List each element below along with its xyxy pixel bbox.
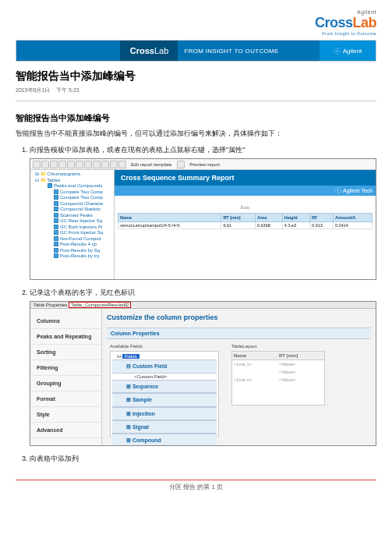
ss1-toolbar-label: Edit report template	[131, 162, 171, 167]
step-2: 记录这个表格的名字，见红色标识 Table Properties Table_C…	[30, 288, 376, 446]
svg-point-12	[334, 190, 335, 191]
tree-node[interactable]: ⊞ Sample	[112, 393, 217, 406]
toolbar-icon[interactable]	[93, 161, 101, 168]
sidebar-item-peaks[interactable]: Peaks and Repeating	[30, 329, 101, 345]
layout-row: <Value>	[232, 368, 324, 376]
tree-node[interactable]: Compound Characte	[32, 201, 112, 207]
tree-node[interactable]: ⊟ Fields	[112, 353, 217, 359]
step-3: 向表格中添加列	[30, 454, 376, 464]
svg-point-0	[337, 50, 337, 51]
layout-table[interactable]: Name RT [min] <Line 1><Value> <Value>	[231, 351, 325, 405]
ss2-sub-heading: Column Properties	[107, 328, 371, 339]
logo-agilent-text: Agilent	[315, 9, 376, 15]
svg-point-2	[337, 53, 337, 54]
ss1-table: Name RT [min] Area Height RF Amount/A ve…	[118, 213, 373, 229]
banner-lab: Lab	[154, 46, 168, 55]
ss1-toolbar: Edit report template Preview report	[30, 159, 376, 170]
col-header: RT [min]	[221, 214, 256, 222]
table-header-row: Name RT [min] Area Height RF Amount/A	[118, 214, 373, 222]
svg-point-14	[336, 189, 337, 189]
section-heading: 智能报告当中添加峰编号	[16, 112, 376, 124]
tree-node[interactable]: <Custom Field>	[112, 374, 217, 380]
toolbar-icon[interactable]	[76, 161, 83, 168]
toolbar-icon[interactable]	[67, 161, 75, 168]
toolbar-icon[interactable]	[110, 161, 118, 168]
toolbar-icon[interactable]	[50, 161, 58, 168]
toolbar-icon[interactable]	[58, 161, 66, 168]
tree-node[interactable]: Post-Results by Inj	[32, 253, 112, 260]
tree-node[interactable]: ⊞ Sequence	[112, 380, 217, 393]
tree-node[interactable]: ⊟ 📁 Tables	[32, 178, 112, 184]
logo-lab: Lab	[352, 15, 376, 30]
step-2-text: 记录这个表格的名字，见红色标识	[30, 289, 135, 296]
banner-brand: Agilent	[320, 41, 376, 61]
step-3-text: 向表格中添加列	[30, 455, 79, 462]
tree-node[interactable]: GC Rear Injector Sq	[32, 218, 112, 225]
screenshot-2: Table Properties Table_CompoundResults82…	[30, 301, 376, 446]
tree-node[interactable]: ⊞ Signal	[112, 420, 217, 434]
tree-node[interactable]: ⊞ Injection	[112, 407, 217, 420]
svg-point-16	[336, 193, 337, 193]
cell: 0.0414	[334, 222, 373, 229]
toolbar-icon[interactable]	[177, 161, 185, 168]
step-1-text: 向报告模板中添加表格，或者在现有的表格上点鼠标右键，选择"属性"	[30, 146, 245, 154]
svg-point-4	[339, 50, 340, 51]
svg-point-8	[338, 52, 339, 53]
toolbar-icon[interactable]	[33, 161, 41, 168]
intro-paragraph: 智能报告当中不能直接添加峰的编号，但可以通过添加行编号来解决，具体操作如下：	[16, 129, 376, 139]
toolbar-icon[interactable]	[41, 161, 49, 168]
sidebar-item-columns[interactable]: Columns	[30, 313, 101, 329]
logo-tagline: From Insight to Outcome	[315, 31, 376, 36]
sidebar-item-format[interactable]: Format	[30, 391, 101, 407]
tree-node[interactable]: ⊞ 📁 Chromatograms	[32, 172, 112, 178]
toolbar-icon[interactable]	[101, 161, 109, 168]
sidebar-item-style[interactable]: Style	[30, 407, 101, 423]
col-header: Amount/A	[334, 214, 373, 222]
toolbar-icon[interactable]	[84, 161, 92, 168]
crosslab-logo: Agilent CrossLab From Insight to Outcome	[315, 9, 376, 36]
ss2-main: Customize the column properties Column P…	[102, 309, 376, 446]
svg-point-15	[340, 189, 341, 189]
layout-col-header: RT [min]	[277, 352, 324, 360]
svg-point-13	[341, 190, 341, 191]
tree-node[interactable]: Compound Statistic	[32, 207, 112, 213]
tree-node[interactable]: GC Front Injector Sq	[32, 230, 112, 236]
ss1-canvas: Cross Sequence Summary Report Agilent Te…	[115, 170, 376, 279]
tree-node[interactable]: Post-Results by Sq	[32, 248, 112, 254]
banner-slogan: FROM INSIGHT TO OUTCOME	[178, 41, 320, 61]
tree-node[interactable]: Scanned Peaks	[32, 213, 112, 219]
spark-icon	[334, 48, 341, 55]
tree-node[interactable]: Peaks and Compounds	[32, 183, 112, 189]
sidebar-item-filtering[interactable]: Filtering	[30, 360, 101, 376]
highlighted-table-name: Table_CompoundResults82	[69, 302, 131, 308]
svg-point-6	[338, 48, 339, 49]
ss1-tree[interactable]: ⊞ 📁 Chromatograms ⊟ 📁 Tables Peaks and C…	[30, 170, 115, 279]
tree-node[interactable]: ⊟ Custom Field	[112, 359, 217, 373]
body-label: Body	[115, 196, 376, 211]
tree-node[interactable]: GC Both Injectors Pi	[32, 225, 112, 231]
tree-node[interactable]: ⊞ Compound	[112, 434, 217, 446]
tree-node[interactable]: Not-Found Compnd	[32, 236, 112, 243]
sidebar-item-sorting[interactable]: Sorting	[30, 345, 101, 360]
avail-label: Available Fields	[110, 344, 219, 349]
sidebar-item-advanced[interactable]: Advanced	[30, 423, 101, 438]
agilent-tag: Agilent Tech	[115, 186, 376, 196]
tree-node[interactable]: Post-Results 4 cp	[32, 242, 112, 248]
cell: 6.6368	[255, 222, 282, 229]
tab-label[interactable]: Table Properties	[34, 303, 67, 307]
col-header: Height	[282, 214, 309, 222]
tree-node[interactable]: Compare Two Comp	[32, 195, 112, 201]
svg-point-17	[340, 193, 341, 193]
avail-fields-tree[interactable]: ⊟ Fields ⊟ Custom Field <Custom Field> ⊞…	[110, 351, 219, 437]
svg-point-10	[337, 187, 338, 188]
logo-cross: Cross	[315, 15, 353, 30]
report-title: Cross Sequence Summary Report	[115, 170, 376, 186]
cell: vemonLatcup/sampol1/4-5-/4-5-	[118, 222, 221, 229]
sidebar-item-grouping[interactable]: Grouping	[30, 376, 101, 391]
step-1: 向报告模板中添加表格，或者在现有的表格上点鼠标右键，选择"属性" Edit re…	[30, 145, 376, 280]
svg-point-11	[337, 193, 338, 194]
tree-node[interactable]: Compare Two Comp	[32, 189, 112, 196]
svg-point-9	[337, 190, 338, 191]
toolbar-icon[interactable]	[118, 161, 126, 168]
available-fields-col: Available Fields ⊟ Fields ⊟ Custom Field…	[110, 344, 219, 437]
